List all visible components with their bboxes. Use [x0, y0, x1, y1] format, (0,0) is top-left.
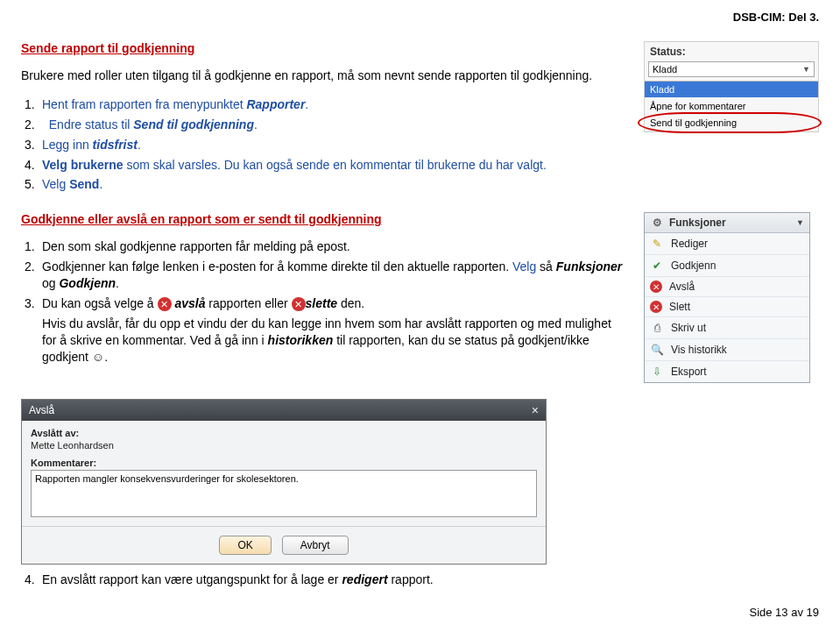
step-number: 2.: [25, 259, 42, 292]
step-text: En avslått rapport kan være utgangspunkt…: [42, 572, 434, 588]
step-text: Legg inn tidsfrist.: [42, 137, 141, 153]
step-number: 1.: [25, 238, 42, 255]
step-text: Velg Send.: [42, 176, 102, 193]
delete-icon: ✕: [292, 297, 306, 311]
status-option-kladd[interactable]: Kladd: [645, 82, 818, 98]
status-label: Status:: [645, 42, 818, 58]
chevron-down-icon: ▼: [802, 65, 810, 74]
step-text: Den som skal godkjenne rapporten får mel…: [42, 238, 350, 255]
intro-paragraph: Brukere med roller uten tilgang til å go…: [21, 67, 626, 84]
status-select[interactable]: Kladd ▼: [648, 61, 815, 77]
document-part-header: DSB-CIM: Del 3.: [21, 11, 819, 24]
functions-menu: ⚙ Funksjoner ▼ ✎Rediger ✔Godkjenn ✕Avslå…: [644, 212, 810, 383]
step-number: 1.: [25, 96, 42, 113]
step-number: 3.: [25, 137, 42, 153]
page-number: Side 13 av 19: [21, 606, 819, 619]
status-dropdown-panel: Status: Kladd ▼ Kladd Åpne for kommentar…: [644, 41, 819, 132]
status-option-send-approval[interactable]: Send til godkjenning: [645, 115, 818, 131]
edit-icon: ✎: [650, 237, 664, 251]
step-number: 3.: [25, 295, 42, 312]
note-paragraph: Hvis du avslår, får du opp et vindu der …: [42, 316, 626, 366]
menu-item-delete[interactable]: ✕Slett: [645, 297, 809, 317]
comments-textarea[interactable]: [31, 470, 537, 517]
menu-item-print[interactable]: ⎙Skriv ut: [645, 317, 809, 339]
status-option-open-comments[interactable]: Åpne for kommentarer: [645, 98, 818, 115]
export-icon: ⇩: [650, 365, 664, 379]
step-text: Velg brukerne som skal varsles. Du kan o…: [42, 157, 547, 174]
step-number: 4.: [25, 157, 42, 174]
delete-icon: ✕: [650, 301, 662, 313]
history-icon: 🔍: [650, 343, 664, 357]
reject-icon: ✕: [158, 297, 172, 311]
status-options-list: Kladd Åpne for kommentarer Send til godk…: [645, 81, 818, 131]
menu-item-approve[interactable]: ✔Godkjenn: [645, 255, 809, 277]
gear-icon: ⚙: [650, 216, 664, 230]
reject-dialog: Avslå × Avslått av: Mette Leonhardsen Ko…: [21, 399, 547, 565]
step-text: Godkjenner kan følge lenken i e-posten f…: [42, 259, 626, 292]
chevron-down-icon: ▼: [796, 218, 804, 227]
section-title-approve: Godkjenne eller avslå en rapport som er …: [21, 212, 626, 226]
functions-menu-header[interactable]: ⚙ Funksjoner ▼: [645, 213, 809, 233]
ok-button[interactable]: OK: [219, 536, 271, 555]
functions-menu-title: Funksjoner: [669, 217, 726, 229]
comments-label: Kommentarer:: [31, 458, 537, 468]
step-number: 5.: [25, 176, 42, 193]
status-selected-value: Kladd: [653, 64, 677, 75]
dialog-title: Avslå: [29, 404, 54, 416]
rejected-by-value: Mette Leonhardsen: [31, 440, 537, 451]
close-icon[interactable]: ×: [532, 403, 539, 417]
check-icon: ✔: [650, 259, 664, 273]
menu-item-history[interactable]: 🔍Vis historikk: [645, 339, 809, 361]
print-icon: ⎙: [650, 321, 664, 335]
menu-item-export[interactable]: ⇩Eksport: [645, 361, 809, 382]
rejected-by-label: Avslått av:: [31, 428, 537, 438]
step-text: Du kan også velge å ✕ avslå rapporten el…: [42, 295, 364, 312]
cancel-button[interactable]: Avbryt: [282, 536, 349, 555]
menu-item-edit[interactable]: ✎Rediger: [645, 233, 809, 255]
step-text: Hent fram rapporten fra menypunktet Rapp…: [42, 96, 308, 113]
reject-icon: ✕: [650, 281, 662, 293]
menu-item-reject[interactable]: ✕Avslå: [645, 277, 809, 297]
dialog-titlebar: Avslå ×: [22, 400, 546, 421]
step-number: 2.: [25, 117, 42, 133]
section-title-send: Sende rapport til godkjenning: [21, 41, 626, 55]
step-text: Endre status til Send til godkjenning.: [42, 117, 258, 133]
step-number: 4.: [25, 572, 42, 588]
